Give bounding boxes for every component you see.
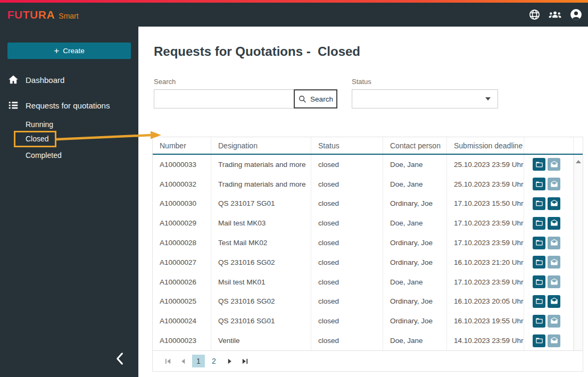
create-button[interactable]: + Create	[7, 43, 131, 59]
up-arrow-icon[interactable]	[576, 160, 581, 163]
main-content: Requests for Quotations - Closed Search …	[138, 27, 588, 377]
table-row: A10000028 Test Mail MK02 closed Ordinary…	[153, 233, 574, 253]
cell-status: closed	[311, 174, 383, 194]
folder-open-button[interactable]	[533, 217, 545, 230]
prev-page-button[interactable]	[177, 355, 189, 367]
cell-number: A10000032	[153, 174, 211, 194]
column-header-contact[interactable]: Contact person	[383, 137, 447, 154]
folder-open-icon	[535, 180, 543, 188]
cell-designation: Msil test MK01	[211, 272, 311, 292]
sidebar-item-closed[interactable]: Closed	[26, 135, 49, 143]
mail-open-button[interactable]	[548, 275, 560, 288]
cell-number: A10000024	[153, 311, 211, 331]
mail-open-icon	[550, 317, 558, 325]
cell-actions	[524, 331, 574, 350]
column-header-designation[interactable]: Designation	[211, 137, 311, 154]
sidebar-item-requests[interactable]: Requests for quotations	[0, 97, 138, 113]
column-header-number[interactable]: Number	[153, 137, 211, 154]
table-header-row: Number Designation Status Contact person…	[153, 137, 583, 155]
team-icon[interactable]	[548, 8, 562, 22]
cell-actions	[524, 311, 574, 331]
cell-contact: Doe, Jane	[383, 174, 447, 194]
mail-open-icon	[550, 258, 558, 266]
cell-number: A10000025	[153, 292, 211, 312]
folder-open-button[interactable]	[533, 295, 545, 308]
cell-contact: Doe, Jane	[383, 331, 447, 350]
table-row: A10000027 QS 231016 SG02 closed Ordinary…	[153, 253, 574, 272]
cell-number: A10000023	[153, 331, 211, 350]
cell-deadline: 17.10.2023 23:59 Uhr	[447, 272, 524, 292]
cell-status: closed	[311, 331, 383, 350]
column-header-spacer	[574, 137, 583, 154]
folder-open-button[interactable]	[533, 275, 545, 288]
search-input[interactable]	[154, 89, 294, 108]
account-icon[interactable]	[569, 8, 583, 22]
column-header-deadline[interactable]: Submission deadline	[447, 137, 524, 154]
table-row: A10000029 Mail test MK03 closed Doe, Jan…	[153, 213, 574, 233]
sidebar-collapse-button[interactable]	[112, 350, 129, 367]
status-label: Status	[352, 78, 371, 86]
cell-deadline: 25.10.2023 23:59 Uhr	[447, 174, 524, 194]
mail-open-button[interactable]	[548, 315, 560, 328]
last-page-icon	[241, 357, 249, 365]
cell-deadline: 16.10.2023 21:20 Uhr	[447, 253, 524, 272]
magnifier-icon	[298, 95, 307, 104]
plus-icon: +	[54, 46, 59, 55]
quotations-table: Number Designation Status Contact person…	[152, 137, 583, 372]
mail-open-button[interactable]	[548, 178, 560, 190]
next-page-button[interactable]	[223, 355, 236, 367]
cell-actions	[524, 213, 574, 233]
folder-open-button[interactable]	[533, 197, 545, 210]
mail-open-button[interactable]	[548, 197, 560, 210]
mail-open-button[interactable]	[548, 334, 560, 347]
next-page-icon	[226, 357, 234, 365]
sidebar-item-running[interactable]: Running	[26, 120, 53, 129]
mail-open-button[interactable]	[548, 237, 560, 249]
cell-deadline: 17.10.2023 23:59 Uhr	[447, 213, 524, 233]
cell-designation: QS 231016 SG01	[211, 311, 311, 331]
folder-open-icon	[535, 337, 543, 345]
page-title: Requests for Quotations - Closed	[154, 44, 360, 59]
folder-open-button[interactable]	[533, 237, 545, 249]
sidebar-item-completed[interactable]: Completed	[26, 151, 62, 160]
cell-designation: Trading materials and more	[211, 174, 311, 194]
last-page-button[interactable]	[238, 355, 251, 367]
cell-actions	[524, 174, 574, 194]
folder-open-button[interactable]	[533, 256, 545, 269]
cell-designation: QS 231016 SG02	[211, 292, 311, 312]
mail-open-icon	[550, 161, 558, 169]
pagination: 1 2	[153, 350, 583, 371]
sidebar-item-dashboard[interactable]: Dashboard	[0, 72, 138, 88]
mail-open-icon	[550, 297, 558, 305]
mail-open-button[interactable]	[548, 295, 560, 308]
sidebar-item-label: Dashboard	[26, 76, 64, 85]
app-logo: FUTURA Smart	[7, 9, 79, 21]
folder-open-button[interactable]	[533, 334, 545, 347]
folder-open-button[interactable]	[533, 178, 545, 190]
cell-actions	[524, 292, 574, 312]
status-dropdown[interactable]	[352, 89, 498, 108]
folder-open-button[interactable]	[533, 315, 545, 328]
first-page-button[interactable]	[161, 355, 174, 367]
column-header-status[interactable]: Status	[311, 137, 383, 154]
cell-number: A10000033	[153, 155, 211, 174]
folder-open-icon	[535, 239, 543, 247]
cell-deadline: 25.10.2023 23:59 Uhr	[447, 155, 524, 174]
cell-contact: Ordinary, Joe	[383, 194, 447, 214]
app-window: FUTURA Smart	[0, 0, 588, 377]
table-body: A10000033 Trading materials and more clo…	[153, 155, 583, 350]
mail-open-icon	[550, 199, 558, 207]
cell-actions	[524, 253, 574, 272]
table-scrollbar[interactable]	[574, 155, 583, 350]
page-number-1[interactable]: 1	[192, 355, 205, 367]
folder-open-button[interactable]	[533, 158, 545, 171]
globe-icon[interactable]	[527, 8, 541, 22]
create-button-label: Create	[63, 47, 85, 55]
mail-open-button[interactable]	[548, 158, 560, 171]
mail-open-button[interactable]	[548, 256, 560, 269]
mail-open-icon	[550, 219, 558, 227]
search-button[interactable]: Search	[294, 89, 337, 108]
cell-deadline: 16.10.2023 19:55 Uhr	[447, 311, 524, 331]
page-number-2[interactable]: 2	[208, 355, 220, 367]
mail-open-button[interactable]	[548, 217, 560, 230]
